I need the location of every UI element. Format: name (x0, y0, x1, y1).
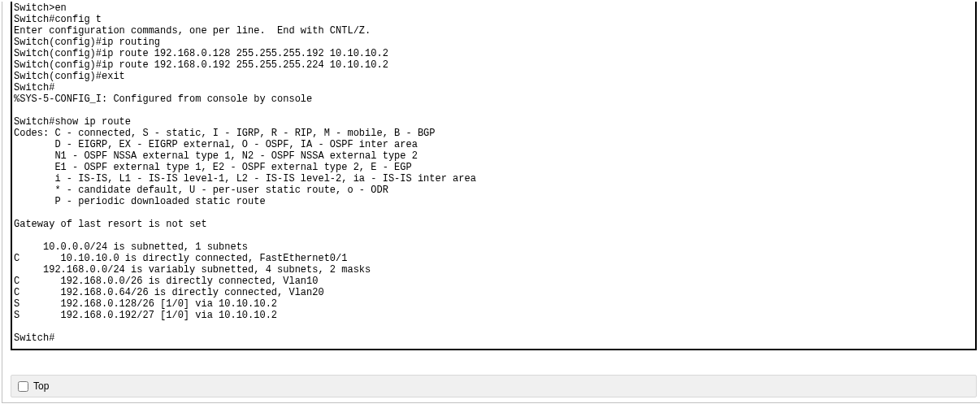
top-checkbox[interactable] (18, 381, 28, 392)
terminal-output-box: Switch>en Switch#config t Enter configur… (11, 2, 977, 350)
window-frame: Switch>en Switch#config t Enter configur… (2, 2, 980, 403)
terminal-output[interactable]: Switch>en Switch#config t Enter configur… (14, 2, 970, 344)
top-checkbox-label[interactable]: Top (33, 380, 49, 392)
footer-bar: Top (11, 375, 977, 397)
